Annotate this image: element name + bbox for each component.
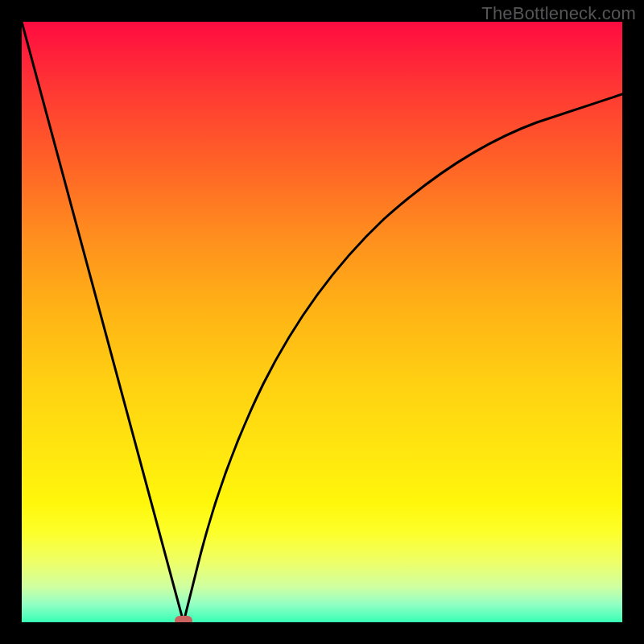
bottleneck-curve <box>22 22 622 622</box>
curve-left-branch <box>22 22 184 622</box>
watermark-text: TheBottleneck.com <box>481 3 636 24</box>
minimum-marker <box>175 616 192 622</box>
plot-area <box>22 22 622 622</box>
curve-right-branch <box>184 94 622 622</box>
